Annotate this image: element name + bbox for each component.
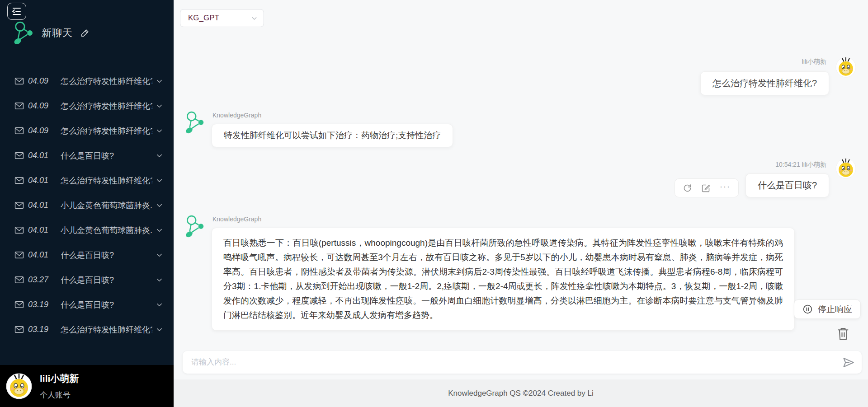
regenerate-icon[interactable] <box>683 183 692 193</box>
chat-history-item[interactable]: 04.09 怎么治疗特发性肺纤维化? <box>0 94 174 118</box>
chat-history-item[interactable]: 04.01 什么是百日咳? <box>0 143 174 168</box>
envelope-icon <box>14 326 24 333</box>
more-options-icon[interactable]: ··· <box>720 184 731 192</box>
edit-message-icon[interactable] <box>701 183 711 193</box>
message-composer <box>183 351 862 374</box>
chat-item-date: 04.09 <box>28 76 55 86</box>
chat-item-date: 04.01 <box>28 225 55 235</box>
stop-response-button[interactable]: 停止响应 <box>794 299 861 319</box>
message-input[interactable] <box>191 358 837 367</box>
chat-item-title: 怎么治疗特发性肺纤维化? <box>61 175 152 186</box>
chat-history-item[interactable]: 04.01 小儿金黄色葡萄球菌肺炎... <box>0 193 174 218</box>
chevron-down-icon[interactable] <box>155 126 164 135</box>
message-sender: KnowledgeGraph <box>212 215 795 223</box>
envelope-icon <box>14 152 24 159</box>
stop-response-label: 停止响应 <box>818 304 852 315</box>
chat-item-date: 04.01 <box>28 250 55 260</box>
envelope-icon <box>14 102 24 110</box>
message-sender: KnowledgeGraph <box>212 112 453 119</box>
chat-item-title: 怎么治疗特发性肺纤维化? <box>61 126 152 136</box>
envelope-icon <box>14 77 24 85</box>
message-bot-2: KnowledgeGraph 百日咳熟悉一下：百日咳(pertussis，who… <box>185 212 795 331</box>
envelope-icon <box>14 127 24 135</box>
app-window: 新聊天 04.09 怎么治疗特发性肺纤维化? 04.09 怎么治疗特发性肺纤维化… <box>0 0 868 407</box>
footer: KnowledgeGraph QS ©2024 Created by Li <box>174 379 868 407</box>
profile-name: lili小萌新 <box>40 372 79 385</box>
chat-history-list: 04.09 怎么治疗特发性肺纤维化? 04.09 怎么治疗特发性肺纤维化? 04… <box>0 69 174 342</box>
message-bubble: 特发性肺纤维化可以尝试如下治疗：药物治疗;支持性治疗 <box>212 124 453 147</box>
bot-avatar-graph-icon <box>185 111 204 134</box>
chat-history-item[interactable]: 04.09 怎么治疗特发性肺纤维化? <box>0 118 174 143</box>
chat-history-item[interactable]: 04.09 怎么治疗特发性肺纤维化? <box>0 69 174 94</box>
model-select[interactable]: KG_GPT <box>180 9 264 27</box>
message-user-1: lili小萌新 怎么治疗特发性肺纤维化? <box>700 57 856 95</box>
chat-item-title: 什么是百日咳? <box>61 250 152 261</box>
message-bot-1: KnowledgeGraph 特发性肺纤维化可以尝试如下治疗：药物治疗;支持性治… <box>185 108 453 147</box>
chevron-down-icon[interactable] <box>155 151 164 160</box>
envelope-icon <box>14 276 24 284</box>
profile-subtitle: 个人账号 <box>40 390 79 400</box>
edit-pencil-icon <box>80 28 90 38</box>
message-bubble: 百日咳熟悉一下：百日咳(pertussis，whoopingcough)是由百日… <box>212 228 795 331</box>
envelope-icon <box>14 226 24 234</box>
chat-history-item[interactable]: 04.01 小儿金黄色葡萄球菌肺炎... <box>0 218 174 243</box>
footer-text: KnowledgeGraph QS ©2024 Created by Li <box>448 389 594 398</box>
new-chat-button[interactable]: 新聊天 <box>13 21 90 45</box>
chat-item-date: 04.09 <box>28 126 55 136</box>
chat-history-item[interactable]: 04.01 怎么治疗特发性肺纤维化? <box>0 168 174 193</box>
menu-fold-icon <box>11 6 22 17</box>
envelope-icon <box>14 201 24 209</box>
chat-item-date: 03.19 <box>28 325 55 334</box>
knowledge-graph-logo-icon <box>13 21 34 45</box>
chat-item-title: 小儿金黄色葡萄球菌肺炎... <box>61 200 152 211</box>
user-avatar <box>6 373 32 399</box>
chevron-down-icon[interactable] <box>155 251 164 259</box>
chevron-down-icon[interactable] <box>155 102 164 110</box>
chevron-down-icon[interactable] <box>155 276 164 284</box>
message-sender: lili小萌新 <box>802 58 826 66</box>
user-avatar <box>835 57 856 78</box>
chat-item-title: 什么是百日咳? <box>61 150 152 161</box>
bot-avatar-graph-icon <box>185 215 204 238</box>
envelope-icon <box>14 301 24 309</box>
chevron-down-icon[interactable] <box>155 226 164 234</box>
chevron-down-icon[interactable] <box>155 176 164 185</box>
chat-item-title: 怎么治疗特发性肺纤维化? <box>61 324 152 335</box>
message-bubble: 什么是百日咳? <box>745 173 829 197</box>
send-icon[interactable] <box>842 356 854 369</box>
chat-item-title: 什么是百日咳? <box>61 299 152 310</box>
chat-history-item[interactable]: 03.27 什么是百日咳? <box>0 267 174 292</box>
chat-item-date: 03.19 <box>28 300 55 309</box>
chat-item-date: 04.01 <box>28 151 55 160</box>
sidebar: 新聊天 04.09 怎么治疗特发性肺纤维化? 04.09 怎么治疗特发性肺纤维化… <box>0 0 174 407</box>
message-timestamp: 10:54:21 lili小萌新 <box>775 161 826 169</box>
envelope-icon <box>14 177 24 184</box>
chat-item-title: 什么是百日咳? <box>61 275 152 285</box>
chat-item-date: 04.01 <box>28 201 55 210</box>
envelope-icon <box>14 251 24 259</box>
trash-icon <box>836 326 850 342</box>
chat-history-item[interactable]: 03.19 什么是百日咳? <box>0 292 174 317</box>
chat-item-date: 04.09 <box>28 101 55 111</box>
chat-item-title: 怎么治疗特发性肺纤维化? <box>61 76 152 87</box>
message-bubble: 怎么治疗特发性肺纤维化? <box>700 71 829 95</box>
chevron-down-icon[interactable] <box>155 325 164 334</box>
new-chat-label: 新聊天 <box>42 26 73 40</box>
chevron-down-icon <box>250 14 258 22</box>
chevron-down-icon[interactable] <box>155 201 164 210</box>
chat-item-title: 怎么治疗特发性肺纤维化? <box>61 101 152 112</box>
pause-circle-icon <box>802 304 813 314</box>
collapse-sidebar-button[interactable] <box>7 3 26 20</box>
chat-main: KG_GPT lili小萌新 怎么治疗特发性肺纤维化? KnowledgeGra… <box>174 0 868 407</box>
chat-history-item[interactable]: 04.01 什么是百日咳? <box>0 243 174 267</box>
model-select-value: KG_GPT <box>188 14 250 23</box>
user-profile[interactable]: lili小萌新 个人账号 <box>0 365 174 407</box>
message-action-bar: ··· <box>675 178 739 197</box>
chevron-down-icon[interactable] <box>155 77 164 85</box>
message-user-2: 10:54:21 lili小萌新 ··· 什么是百日咳? <box>675 159 856 197</box>
chat-history-item[interactable]: 03.19 怎么治疗特发性肺纤维化? <box>0 317 174 342</box>
chat-item-title: 小儿金黄色葡萄球菌肺炎... <box>61 225 152 236</box>
chevron-down-icon[interactable] <box>155 300 164 309</box>
chat-item-date: 04.01 <box>28 176 55 185</box>
clear-chat-button[interactable] <box>836 326 850 342</box>
